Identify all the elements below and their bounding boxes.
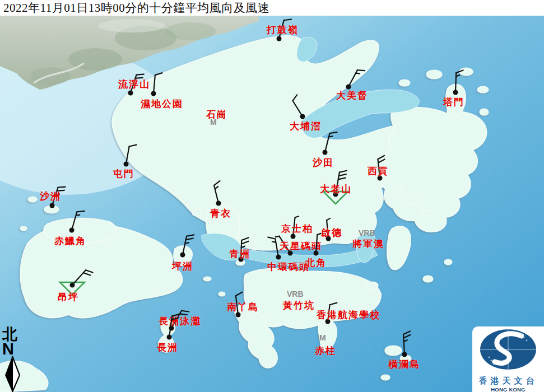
- station-dot: [69, 228, 75, 233]
- station-dot: [402, 352, 407, 357]
- station-label: 赤柱: [315, 344, 336, 357]
- variable-wind-marker: VRB: [359, 228, 375, 237]
- station-label: 坪洲: [172, 260, 193, 273]
- north-letter-label: N: [1, 342, 26, 356]
- north-compass: 北 N: [1, 327, 26, 392]
- hko-logo: 香港天文台 HONG KONG OBSERVATORY: [472, 326, 544, 392]
- station-label: 石崗: [206, 108, 227, 121]
- station-dot: [167, 335, 172, 340]
- station-label: 塔門: [443, 96, 464, 109]
- station-dot: [124, 162, 129, 167]
- station-label: 打鼓嶺: [267, 24, 299, 36]
- wind-barb-icon: [411, 48, 500, 137]
- station-label: 屯門: [113, 167, 134, 180]
- wind-barb-icon: [27, 240, 117, 330]
- station-label: 橫瀾島: [388, 358, 420, 371]
- station-dot: [70, 283, 75, 288]
- station-dot: [277, 36, 282, 41]
- hko-name-english: HONG KONG OBSERVATORY: [472, 386, 544, 392]
- title-bar: 2022年11月01日13時00分的十分鐘平均風向及風速: [0, 0, 544, 16]
- map-canvas: 打鼓嶺流浮山濕地公園石崗M大美督大埔滘塔門屯門沙田西貢大老山沙洲青衣赤鱲角京士柏…: [0, 16, 544, 392]
- station-dot: [314, 251, 319, 256]
- station-label: 南丫島: [227, 301, 259, 314]
- missing-data-marker: M: [210, 118, 217, 127]
- station-dot: [151, 91, 156, 96]
- station-label: 青洲: [229, 248, 250, 260]
- wind-barb-icon: [124, 292, 214, 382]
- north-arrow-icon: [3, 356, 21, 392]
- page-title: 2022年11月01日13時00分的十分鐘平均風向及風速: [0, 0, 269, 16]
- station-dot: [453, 90, 458, 95]
- station-layer: 打鼓嶺流浮山濕地公園石崗M大美督大埔滘塔門屯門沙田西貢大老山沙洲青衣赤鱲角京士柏…: [0, 16, 544, 392]
- station-label: 濕地公園: [141, 97, 183, 110]
- wind-map-app: 2022年11月01日13時00分的十分鐘平均風向及風速: [0, 0, 544, 392]
- missing-data-marker: M: [319, 333, 326, 342]
- hko-emblem-icon: [472, 326, 544, 372]
- station-label: 北角: [305, 256, 327, 269]
- station-dot: [216, 201, 221, 206]
- station-dot: [180, 253, 185, 258]
- wind-barb-icon: [360, 310, 449, 392]
- station-label: 昂坪: [58, 291, 79, 304]
- hko-name-chinese: 香港天文台: [472, 376, 544, 386]
- station-label: 長洲: [157, 341, 178, 354]
